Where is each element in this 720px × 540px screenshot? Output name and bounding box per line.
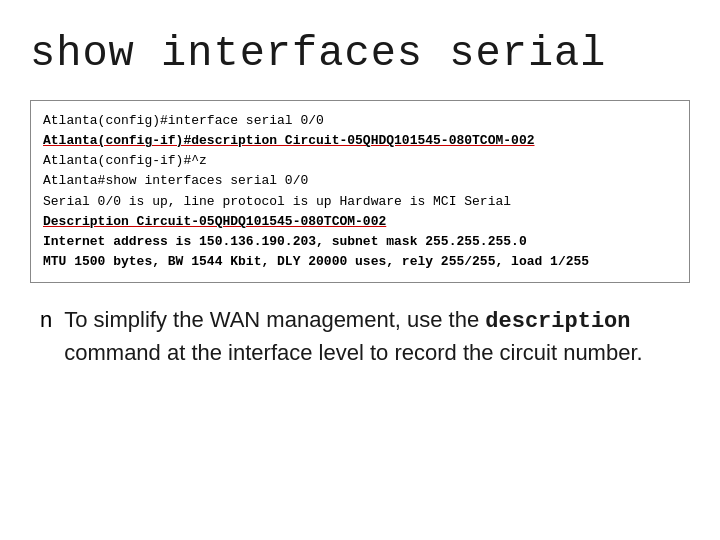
- bullet-item: n To simplify the WAN management, use th…: [30, 301, 690, 369]
- page: show interfaces serial Atlanta(config)#i…: [0, 0, 720, 540]
- bullet-text: To simplify the WAN management, use the …: [64, 305, 690, 369]
- code-block: Atlanta(config)#interface serial 0/0Atla…: [30, 100, 690, 283]
- page-title: show interfaces serial: [30, 30, 690, 78]
- bullet-marker: n: [40, 307, 52, 333]
